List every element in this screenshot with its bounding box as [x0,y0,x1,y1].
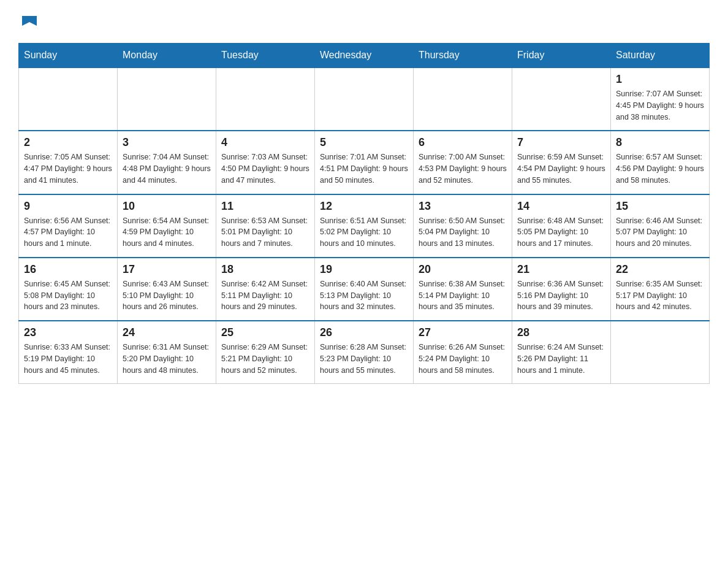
weekday-header-saturday: Saturday [611,44,710,68]
day-info: Sunrise: 7:04 AM Sunset: 4:48 PM Dayligh… [123,151,211,186]
calendar-cell: 6Sunrise: 7:00 AM Sunset: 4:53 PM Daylig… [414,131,512,194]
day-number: 1 [616,73,704,86]
day-number: 25 [221,326,309,339]
week-row-2: 2Sunrise: 7:05 AM Sunset: 4:47 PM Daylig… [19,131,710,194]
day-info: Sunrise: 6:54 AM Sunset: 4:59 PM Dayligh… [123,215,211,250]
day-info: Sunrise: 6:38 AM Sunset: 5:14 PM Dayligh… [419,278,507,313]
calendar-cell: 21Sunrise: 6:36 AM Sunset: 5:16 PM Dayli… [512,258,611,321]
week-row-3: 9Sunrise: 6:56 AM Sunset: 4:57 PM Daylig… [19,194,710,258]
day-number: 8 [616,136,704,149]
day-info: Sunrise: 7:01 AM Sunset: 4:51 PM Dayligh… [320,151,408,186]
day-info: Sunrise: 7:07 AM Sunset: 4:45 PM Dayligh… [616,88,704,123]
calendar-cell [414,67,512,131]
calendar-cell [118,67,216,131]
calendar-cell: 27Sunrise: 6:26 AM Sunset: 5:24 PM Dayli… [414,321,512,384]
day-number: 6 [419,136,507,149]
weekday-header-sunday: Sunday [19,44,118,68]
day-info: Sunrise: 6:28 AM Sunset: 5:23 PM Dayligh… [320,342,408,376]
calendar-cell [216,67,315,131]
calendar-cell: 28Sunrise: 6:24 AM Sunset: 5:26 PM Dayli… [512,321,611,384]
weekday-header-friday: Friday [512,44,611,68]
weekday-header-tuesday: Tuesday [216,44,315,68]
calendar-cell: 1Sunrise: 7:07 AM Sunset: 4:45 PM Daylig… [611,67,710,131]
day-info: Sunrise: 6:33 AM Sunset: 5:19 PM Dayligh… [24,342,112,376]
calendar-cell: 26Sunrise: 6:28 AM Sunset: 5:23 PM Dayli… [315,321,414,384]
calendar-cell: 2Sunrise: 7:05 AM Sunset: 4:47 PM Daylig… [19,131,118,194]
weekday-header-monday: Monday [118,44,216,68]
day-number: 12 [320,200,408,213]
calendar-cell: 7Sunrise: 6:59 AM Sunset: 4:54 PM Daylig… [512,131,611,194]
day-info: Sunrise: 6:53 AM Sunset: 5:01 PM Dayligh… [221,215,309,250]
calendar-cell: 12Sunrise: 6:51 AM Sunset: 5:02 PM Dayli… [315,194,414,258]
day-info: Sunrise: 6:40 AM Sunset: 5:13 PM Dayligh… [320,278,408,313]
calendar-cell: 22Sunrise: 6:35 AM Sunset: 5:17 PM Dayli… [611,258,710,321]
calendar-cell: 5Sunrise: 7:01 AM Sunset: 4:51 PM Daylig… [315,131,414,194]
day-info: Sunrise: 6:59 AM Sunset: 4:54 PM Dayligh… [517,151,605,186]
calendar-cell: 9Sunrise: 6:56 AM Sunset: 4:57 PM Daylig… [19,194,118,258]
week-row-4: 16Sunrise: 6:45 AM Sunset: 5:08 PM Dayli… [19,258,710,321]
calendar-cell: 8Sunrise: 6:57 AM Sunset: 4:56 PM Daylig… [611,131,710,194]
day-info: Sunrise: 6:45 AM Sunset: 5:08 PM Dayligh… [24,278,112,313]
calendar-cell: 16Sunrise: 6:45 AM Sunset: 5:08 PM Dayli… [19,258,118,321]
day-info: Sunrise: 6:51 AM Sunset: 5:02 PM Dayligh… [320,215,408,250]
weekday-header-wednesday: Wednesday [315,44,414,68]
day-info: Sunrise: 7:03 AM Sunset: 4:50 PM Dayligh… [221,151,309,186]
week-row-1: 1Sunrise: 7:07 AM Sunset: 4:45 PM Daylig… [19,67,710,131]
calendar-cell [512,67,611,131]
calendar-cell: 19Sunrise: 6:40 AM Sunset: 5:13 PM Dayli… [315,258,414,321]
day-number: 21 [517,263,605,276]
day-info: Sunrise: 6:46 AM Sunset: 5:07 PM Dayligh… [616,215,704,250]
day-number: 27 [419,326,507,339]
calendar-cell: 18Sunrise: 6:42 AM Sunset: 5:11 PM Dayli… [216,258,315,321]
day-number: 7 [517,136,605,149]
day-number: 23 [24,326,112,339]
day-number: 10 [123,200,211,213]
day-info: Sunrise: 6:56 AM Sunset: 4:57 PM Dayligh… [24,215,112,250]
day-info: Sunrise: 6:48 AM Sunset: 5:05 PM Dayligh… [517,215,605,250]
day-number: 3 [123,136,211,149]
calendar-cell: 20Sunrise: 6:38 AM Sunset: 5:14 PM Dayli… [414,258,512,321]
calendar-table: SundayMondayTuesdayWednesdayThursdayFrid… [18,43,710,384]
day-info: Sunrise: 6:57 AM Sunset: 4:56 PM Dayligh… [616,151,704,186]
day-number: 13 [419,200,507,213]
day-info: Sunrise: 7:05 AM Sunset: 4:47 PM Dayligh… [24,151,112,186]
calendar-cell: 24Sunrise: 6:31 AM Sunset: 5:20 PM Dayli… [118,321,216,384]
calendar-cell: 13Sunrise: 6:50 AM Sunset: 5:04 PM Dayli… [414,194,512,258]
week-row-5: 23Sunrise: 6:33 AM Sunset: 5:19 PM Dayli… [19,321,710,384]
calendar-cell [611,321,710,384]
calendar-cell: 17Sunrise: 6:43 AM Sunset: 5:10 PM Dayli… [118,258,216,321]
day-number: 15 [616,200,704,213]
calendar-cell: 25Sunrise: 6:29 AM Sunset: 5:21 PM Dayli… [216,321,315,384]
calendar-cell: 15Sunrise: 6:46 AM Sunset: 5:07 PM Dayli… [611,194,710,258]
day-info: Sunrise: 6:29 AM Sunset: 5:21 PM Dayligh… [221,342,309,376]
day-number: 22 [616,263,704,276]
logo [18,12,39,31]
day-info: Sunrise: 6:42 AM Sunset: 5:11 PM Dayligh… [221,278,309,313]
page-header [18,12,710,31]
calendar-cell: 11Sunrise: 6:53 AM Sunset: 5:01 PM Dayli… [216,194,315,258]
calendar-cell: 14Sunrise: 6:48 AM Sunset: 5:05 PM Dayli… [512,194,611,258]
day-number: 24 [123,326,211,339]
logo-flag-icon [20,13,39,33]
day-number: 28 [517,326,605,339]
day-number: 16 [24,263,112,276]
day-info: Sunrise: 6:35 AM Sunset: 5:17 PM Dayligh… [616,278,704,313]
day-number: 20 [419,263,507,276]
day-info: Sunrise: 6:31 AM Sunset: 5:20 PM Dayligh… [123,342,211,376]
calendar-cell [315,67,414,131]
day-number: 4 [221,136,309,149]
day-number: 14 [517,200,605,213]
day-number: 18 [221,263,309,276]
day-info: Sunrise: 6:36 AM Sunset: 5:16 PM Dayligh… [517,278,605,313]
day-info: Sunrise: 6:50 AM Sunset: 5:04 PM Dayligh… [419,215,507,250]
calendar-cell [19,67,118,131]
weekday-header-row: SundayMondayTuesdayWednesdayThursdayFrid… [19,44,710,68]
weekday-header-thursday: Thursday [414,44,512,68]
day-number: 19 [320,263,408,276]
day-info: Sunrise: 6:24 AM Sunset: 5:26 PM Dayligh… [517,342,605,376]
calendar-cell: 23Sunrise: 6:33 AM Sunset: 5:19 PM Dayli… [19,321,118,384]
day-number: 17 [123,263,211,276]
day-info: Sunrise: 7:00 AM Sunset: 4:53 PM Dayligh… [419,151,507,186]
day-number: 11 [221,200,309,213]
day-info: Sunrise: 6:26 AM Sunset: 5:24 PM Dayligh… [419,342,507,376]
